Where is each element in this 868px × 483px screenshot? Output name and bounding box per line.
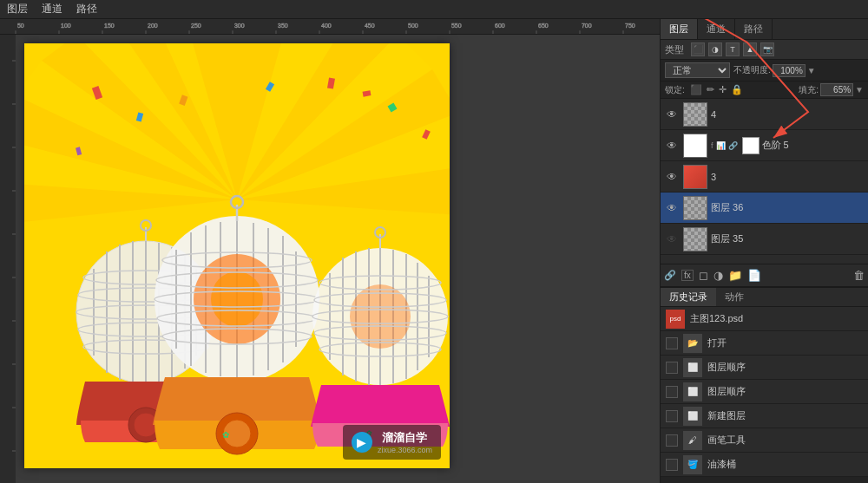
fill-input[interactable] <box>820 83 853 96</box>
lock-image-icon[interactable]: ✏ <box>707 84 714 95</box>
main-layout: 50 100 150 200 250 300 350 400 4 <box>0 19 868 483</box>
layer-new-btn[interactable]: 📄 <box>747 269 761 282</box>
layer-thumb-35 <box>683 227 707 251</box>
tab-paths[interactable]: 路径 <box>735 19 773 39</box>
filter-shape-btn[interactable]: ▲ <box>743 42 757 56</box>
history-item-0[interactable]: 📂 打开 <box>661 331 868 356</box>
svg-text:700: 700 <box>582 23 592 29</box>
history-item-4[interactable]: 🖌 画笔工具 <box>661 428 868 453</box>
svg-point-99 <box>211 271 263 327</box>
svg-text:550: 550 <box>451 23 462 29</box>
filter-icons: ⬛ ◑ T ▲ 📷 <box>691 42 774 56</box>
history-icon-2: ⬜ <box>683 382 702 401</box>
filter-adjust-btn[interactable]: ◑ <box>708 42 722 56</box>
tab-channels[interactable]: 通道 <box>698 19 735 39</box>
history-icon-4: 🖌 <box>683 431 702 450</box>
layer-eye-36[interactable]: 👁 <box>664 202 680 214</box>
svg-rect-31 <box>0 35 16 483</box>
watermark-line2: zixue.3066.com <box>378 446 432 454</box>
opacity-arrow: ▼ <box>807 66 816 75</box>
history-checkbox-3[interactable] <box>666 410 678 422</box>
layer-item-5[interactable]: 👁 f 📊 🔗 色阶 5 <box>661 130 868 161</box>
layer-eye-5[interactable]: 👁 <box>664 140 680 152</box>
layer-mask-btn[interactable]: ◻ <box>699 269 708 282</box>
opacity-input[interactable] <box>773 64 806 77</box>
history-checkbox-0[interactable] <box>666 337 678 349</box>
history-label-5: 油漆桶 <box>707 458 736 471</box>
menu-paths[interactable]: 路径 <box>76 2 97 16</box>
history-item-1[interactable]: ⬜ 图层顺序 <box>661 356 868 380</box>
watermark-line1: 溜溜自学 <box>378 430 432 446</box>
history-item-5[interactable]: 🪣 油漆桶 <box>661 453 868 477</box>
history-icon-5: 🪣 <box>683 455 702 474</box>
history-checkbox-1[interactable] <box>666 362 678 374</box>
history-panel: 历史记录 动作 psd 主图123.psd 📂 打开 <box>661 286 868 477</box>
tab-layers[interactable]: 图层 <box>661 19 698 39</box>
photoshop-canvas: ✿ <box>24 43 450 468</box>
tab-history[interactable]: 历史记录 <box>661 288 716 306</box>
layer-item-35[interactable]: 👁 图层 35 <box>661 224 868 255</box>
history-icon-1: ⬜ <box>683 358 702 377</box>
layer-eye-4[interactable]: 👁 <box>664 108 680 121</box>
svg-text:600: 600 <box>495 23 505 29</box>
fill-row: 填充: ▼ <box>799 83 864 96</box>
canvas-scroll: ✿ <box>0 35 660 483</box>
history-file-name: 主图123.psd <box>690 312 743 325</box>
svg-text:50: 50 <box>17 23 24 29</box>
lock-position-icon[interactable]: ✛ <box>719 84 727 95</box>
history-item-3[interactable]: ⬜ 新建图层 <box>661 404 868 428</box>
history-checkbox-5[interactable] <box>666 459 678 471</box>
menu-layers[interactable]: 图层 <box>7 2 28 16</box>
svg-text:750: 750 <box>625 23 635 29</box>
layer-info-5: f 📊 🔗 色阶 5 <box>711 137 865 154</box>
layer-name-4: 4 <box>711 109 865 120</box>
menu-channels[interactable]: 通道 <box>42 2 62 16</box>
svg-text:650: 650 <box>538 23 549 29</box>
layer-thumb-3 <box>683 165 707 189</box>
layers-bottom: 🔗 fx ◻ ◑ 📁 📄 🗑 <box>661 264 868 286</box>
svg-text:300: 300 <box>234 23 245 29</box>
history-list: psd 主图123.psd 📂 打开 ⬜ 图层顺序 ⬜ <box>661 307 868 477</box>
layer-item-4[interactable]: 👁 4 <box>661 99 868 130</box>
svg-text:150: 150 <box>104 23 115 29</box>
fill-label: 填充: <box>799 84 819 96</box>
layer-delete-btn[interactable]: 🗑 <box>853 269 865 282</box>
canvas-wrapper[interactable]: ✿ <box>16 35 660 483</box>
history-title-item[interactable]: psd 主图123.psd <box>661 307 868 331</box>
layer-fx-btn[interactable]: fx <box>681 270 694 281</box>
svg-text:100: 100 <box>61 23 71 29</box>
history-label-0: 打开 <box>707 336 727 349</box>
filter-pixel-btn[interactable]: ⬛ <box>691 42 705 56</box>
layer-name-36: 图层 36 <box>711 201 865 214</box>
layer-link-btn[interactable]: 🔗 <box>664 270 676 281</box>
layer-item-3[interactable]: 👁 3 <box>661 161 868 193</box>
lock-icons: ⬛ ✏ ✛ 🔒 <box>690 84 743 95</box>
history-checkbox-2[interactable] <box>666 386 678 398</box>
history-checkbox-4[interactable] <box>666 434 678 447</box>
history-file-icon: psd <box>666 310 685 329</box>
layer-name-3: 3 <box>711 172 865 182</box>
lock-all-icon[interactable]: 🔒 <box>731 84 743 95</box>
layer-group-btn[interactable]: 📁 <box>728 269 742 282</box>
filter-bar: 类型 ⬛ ◑ T ▲ 📷 <box>661 40 868 60</box>
layer-thumb-36 <box>683 196 707 220</box>
tab-actions[interactable]: 动作 <box>716 288 753 306</box>
svg-text:200: 200 <box>148 23 158 29</box>
filter-type-btn[interactable]: T <box>726 42 740 56</box>
layer-eye-3[interactable]: 👁 <box>664 171 680 183</box>
layer-thumb-5 <box>683 134 707 158</box>
filter-smart-btn[interactable]: 📷 <box>760 42 774 56</box>
history-icon-0: 📂 <box>683 334 702 353</box>
layer-name-5: 色阶 5 <box>762 139 865 152</box>
layer-adj-btn[interactable]: ◑ <box>713 269 723 282</box>
svg-text:✿: ✿ <box>222 430 229 440</box>
layer-item-36[interactable]: 👁 图层 36 <box>661 193 868 224</box>
layer-name-35: 图层 35 <box>711 232 865 245</box>
history-item-2[interactable]: ⬜ 图层顺序 <box>661 380 868 404</box>
canvas-area: 50 100 150 200 250 300 350 400 4 <box>0 19 660 483</box>
blend-mode-select[interactable]: 正常 <box>665 62 730 78</box>
svg-text:250: 250 <box>191 23 201 29</box>
svg-text:500: 500 <box>408 23 418 29</box>
lock-transparent-icon[interactable]: ⬛ <box>690 84 702 95</box>
svg-text:350: 350 <box>278 23 288 29</box>
